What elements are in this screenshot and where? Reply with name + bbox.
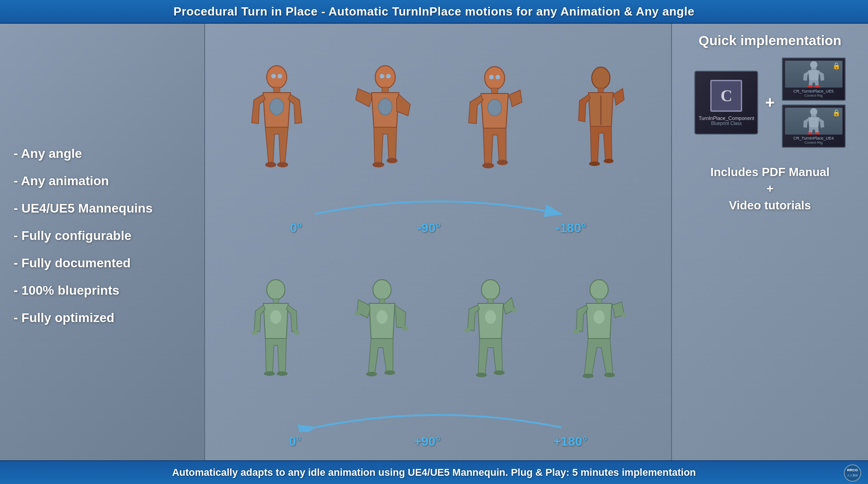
control-rig-stack: 🔒 CR_TurnInPlace_UE5 Control Rig (782, 57, 846, 148)
bottom-banner: Automatically adapts to any idle animati… (0, 460, 868, 484)
svg-text:人人素材: 人人素材 (847, 474, 858, 477)
svg-point-60 (810, 108, 817, 115)
svg-point-47 (494, 370, 505, 375)
blueprint-icon: C (710, 80, 742, 112)
svg-rect-35 (379, 299, 385, 303)
red-char-3 (466, 63, 523, 191)
top-angle-labels: 0° -90° -180° (205, 219, 671, 238)
svg-point-21 (592, 67, 610, 89)
svg-text:RRCG: RRCG (847, 468, 858, 472)
svg-point-53 (583, 374, 594, 378)
svg-point-14 (485, 67, 505, 89)
red-char-1 (249, 63, 304, 191)
svg-point-9 (386, 74, 391, 78)
top-angle-180: -180° (556, 221, 586, 235)
feature-any-angle: - Any angle (14, 146, 191, 161)
svg-point-6 (277, 162, 288, 167)
svg-point-0 (267, 66, 287, 88)
rig-card-ue4: 🔒 CR_TurnInPlace_UE4 Control Rig (782, 104, 846, 148)
svg-point-50 (594, 310, 604, 324)
top-angle-0: 0° (290, 221, 302, 235)
quick-impl-title: Quick implementation (698, 33, 841, 48)
svg-point-45 (512, 308, 517, 312)
bottom-arc (252, 407, 625, 432)
pdf-title-line1: Includes PDF Manual (710, 165, 830, 179)
svg-point-12 (372, 162, 384, 167)
watermark: RRCG 人人素材 (844, 464, 861, 482)
svg-point-43 (485, 310, 496, 324)
bottom-angle-180: +180° (553, 434, 587, 449)
rig-lock-icon-ue5: 🔒 (832, 62, 840, 69)
rig-label-ue4: CR_TurnInPlace_UE4 (793, 136, 834, 141)
implementation-diagram: C TurnInPlace_Component Blueprint Class … (694, 57, 845, 148)
svg-point-24 (589, 161, 600, 166)
svg-point-27 (267, 280, 285, 300)
red-character-row (205, 36, 671, 191)
svg-point-30 (252, 330, 258, 335)
svg-point-54 (604, 373, 615, 377)
feature-blueprints: - 100% blueprints (14, 283, 191, 298)
pdf-plus: + (766, 182, 773, 195)
feature-documented: - Fully documented (14, 256, 191, 271)
svg-point-20 (497, 160, 508, 165)
top-arc (252, 193, 625, 219)
right-panel: Quick implementation C TurnInPlace_Compo… (672, 24, 868, 460)
svg-rect-22 (598, 88, 604, 93)
svg-point-48 (590, 280, 608, 300)
blueprint-type: Blueprint Class (711, 121, 742, 126)
bottom-banner-text: Automatically adapts to any idle animati… (172, 467, 696, 479)
blueprint-label: TurnInPlace_Component (699, 115, 754, 121)
svg-point-7 (375, 66, 395, 88)
top-angle-90: -90° (417, 221, 441, 235)
green-char-1 (250, 277, 302, 405)
rig-lock-icon-ue4: 🔒 (832, 109, 840, 116)
bottom-angle-labels: 0° +90° +180° (205, 432, 671, 451)
svg-rect-57 (811, 68, 816, 70)
svg-point-56 (810, 61, 817, 68)
ue5-mannequin-svg (800, 61, 827, 88)
svg-point-64 (844, 465, 861, 481)
svg-point-11 (378, 99, 392, 115)
center-panel: 0° -90° -180° (205, 24, 672, 460)
red-char-2 (356, 63, 415, 191)
svg-point-31 (294, 330, 300, 335)
svg-point-36 (377, 310, 388, 324)
svg-rect-17 (491, 88, 498, 94)
feature-optimized: - Fully optimized (14, 311, 191, 325)
top-characters-section: 0° -90° -180° (205, 24, 671, 242)
pdf-title-line2: Video tutorials (729, 198, 811, 212)
svg-point-38 (402, 326, 408, 331)
bottom-angle-0: 0° (289, 434, 301, 449)
rig-card-ue5: 🔒 CR_TurnInPlace_UE5 Control Rig (782, 57, 846, 101)
plus-sign: + (765, 93, 775, 112)
bottom-arc-svg (252, 407, 625, 432)
feature-mannequins: - UE4/UE5 Mannequins (14, 201, 191, 216)
svg-point-39 (366, 372, 377, 376)
feature-any-animation: - Any animation (14, 174, 191, 188)
svg-point-25 (604, 159, 614, 163)
svg-point-52 (621, 312, 626, 317)
rig-sublabel-ue4: Control Rig (805, 141, 823, 145)
svg-point-29 (270, 310, 281, 324)
svg-rect-61 (811, 115, 816, 117)
feature-configurable: - Fully configurable (14, 229, 191, 243)
green-character-row (205, 259, 671, 405)
green-char-4 (572, 277, 626, 405)
svg-point-33 (277, 371, 288, 376)
green-char-2 (355, 277, 409, 405)
svg-rect-28 (273, 299, 279, 303)
blueprint-icon-letter: C (720, 86, 732, 105)
pdf-section: Includes PDF Manual + Video tutorials (710, 164, 830, 213)
rig-sublabel-ue5: Control Rig (805, 94, 823, 98)
left-panel: - Any angle - Any animation - UE4/UE5 Ma… (0, 24, 205, 460)
svg-point-46 (476, 373, 487, 377)
svg-point-19 (482, 163, 494, 168)
green-char-3 (462, 277, 519, 405)
watermark-logo: RRCG 人人素材 (844, 464, 861, 482)
main-area: - Any angle - Any animation - UE4/UE5 Ma… (0, 24, 868, 460)
ue4-mannequin-svg (800, 108, 827, 135)
top-arc-svg (252, 193, 625, 219)
svg-rect-3 (274, 87, 280, 93)
svg-point-32 (264, 371, 275, 376)
svg-point-5 (265, 162, 276, 167)
